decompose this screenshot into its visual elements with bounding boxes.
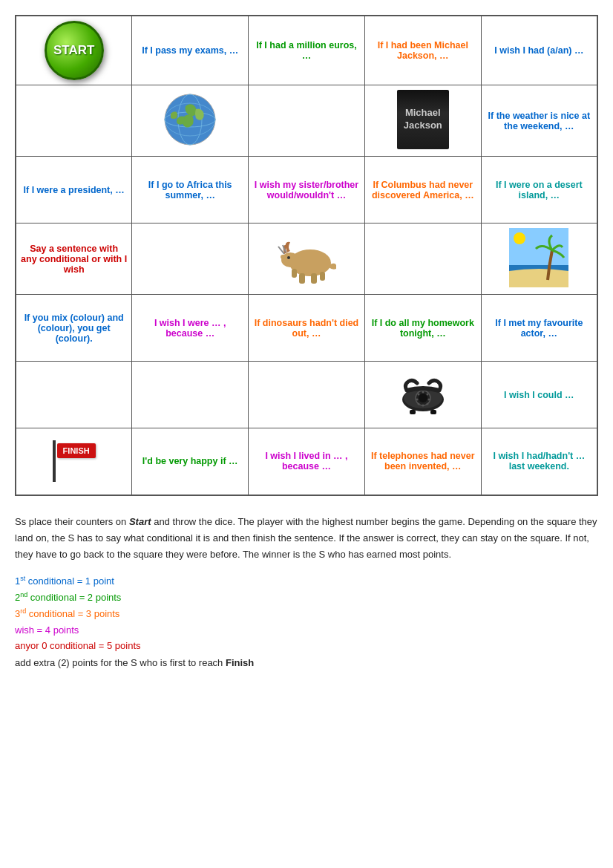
cell-text: I wish I could … [504, 390, 574, 400]
svg-point-21 [422, 391, 424, 393]
cell-text: I wish I were … , because … [154, 318, 226, 339]
cell-text: I wish my sister/brother would/wouldn't … [255, 180, 358, 200]
svg-point-20 [419, 394, 427, 402]
board-cell-r6-c0: FINISH [16, 428, 132, 495]
point-3rd: 3rd conditional = 3 points [15, 607, 598, 619]
board-cell-r6-c4: I wish I had/hadn't … last weekend. [481, 428, 597, 495]
board-cell-r1-c4: If the weather is nice at the weekend, … [481, 85, 597, 157]
board-cell-r4-c4: If I met my favourite actor, … [481, 295, 597, 362]
board-cell-r5-c2 [249, 362, 365, 428]
svg-rect-13 [292, 269, 297, 278]
svg-point-26 [417, 402, 419, 405]
svg-rect-12 [320, 272, 325, 281]
cell-text: If I met my favourite actor, … [495, 318, 583, 339]
board-cell-r0-c2: If I had a million euros, … [249, 16, 365, 85]
board-cell-r6-c2: I wish I lived in … , because … [249, 428, 365, 495]
cell-text: If I had a million euros, … [256, 40, 356, 61]
svg-point-25 [422, 404, 424, 406]
points-list: 1st conditional = 1 point 2nd conditiona… [15, 575, 598, 668]
cell-text: I wish I had (a/an) … [494, 45, 583, 56]
board-cell-r4-c1: I wish I were … , because … [132, 295, 249, 362]
cell-text: I'd be very happy if … [142, 456, 238, 466]
svg-rect-29 [410, 410, 416, 414]
board-cell-r2-c1: If I go to Africa this summer, … [132, 157, 249, 223]
svg-point-16 [514, 232, 525, 244]
board-cell-r3-c4 [481, 223, 597, 295]
board-cell-r6-c3: If telephones had never been invented, … [364, 428, 481, 495]
cell-text: If I had been Michael Jackson, … [378, 40, 468, 61]
point-wish: wish = 4 points [15, 624, 598, 636]
point-2nd: 2nd conditional = 2 points [15, 591, 598, 603]
board-cell-r2-c2: I wish my sister/brother would/wouldn't … [249, 157, 365, 223]
cell-text: Say a sentence with any conditional or w… [21, 244, 127, 275]
board-cell-r0-c3: If I had been Michael Jackson, … [364, 16, 481, 85]
cell-text: If I go to Africa this summer, … [148, 180, 232, 200]
cell-text: If the weather is nice at the weekend, … [488, 111, 591, 131]
svg-point-28 [417, 393, 419, 395]
board-cell-r0-c1: If I pass my exams, … [132, 16, 249, 85]
svg-point-8 [281, 255, 285, 259]
board-cell-r1-c3: MichaelJackson [364, 85, 481, 157]
svg-rect-11 [311, 273, 317, 284]
svg-point-9 [287, 256, 290, 259]
svg-rect-30 [430, 410, 436, 414]
board-cell-r4-c0: If you mix (colour) and (colour), you ge… [16, 295, 132, 362]
cell-text: If dinosaurs hadn't died out, … [255, 318, 358, 339]
board-cell-r3-c2 [249, 223, 365, 295]
cell-text: I wish I had/hadn't … last weekend. [493, 451, 585, 471]
board-cell-r2-c4: If I were on a desert island, … [481, 157, 597, 223]
board-cell-r2-c0: If I were a president, … [16, 157, 132, 223]
board-cell-r3-c3 [364, 223, 481, 295]
cell-text: If I were on a desert island, … [496, 180, 583, 200]
cell-text: If I pass my exams, … [142, 45, 238, 56]
game-board: STARTIf I pass my exams, …If I had a mil… [15, 15, 598, 496]
board-cell-r1-c2 [249, 85, 365, 157]
board-cell-r3-c1 [132, 223, 249, 295]
cell-text: If I do all my homework tonight, … [372, 318, 474, 339]
svg-point-24 [426, 402, 428, 405]
board-cell-r4-c2: If dinosaurs hadn't died out, … [249, 295, 365, 362]
cell-text: If Columbus had never discovered America… [372, 180, 474, 200]
svg-point-23 [427, 398, 430, 400]
board-cell-r0-c0: START [16, 16, 132, 85]
svg-point-22 [426, 393, 428, 395]
cell-text: If you mix (colour) and (colour), you ge… [24, 313, 124, 344]
board-cell-r6-c1: I'd be very happy if … [132, 428, 249, 495]
instructions-section: Ss place their counters on Start and thr… [15, 514, 598, 668]
svg-point-5 [281, 252, 299, 267]
board-cell-r5-c4: I wish I could … [481, 362, 597, 428]
svg-rect-10 [299, 273, 305, 284]
instructions-text: Ss place their counters on Start and thr… [15, 514, 598, 563]
cell-text: I wish I lived in … , because … [265, 451, 347, 471]
board-cell-r0-c4: I wish I had (a/an) … [481, 16, 597, 85]
board-cell-r5-c0 [16, 362, 132, 428]
board-cell-r5-c3 [364, 362, 481, 428]
board-cell-r3-c0: Say a sentence with any conditional or w… [16, 223, 132, 295]
point-extra: add extra (2) points for the S who is fi… [15, 657, 598, 668]
board-cell-r1-c0 [16, 85, 132, 157]
board-cell-r2-c3: If Columbus had never discovered America… [364, 157, 481, 223]
board-cell-r1-c1 [132, 85, 249, 157]
board-cell-r4-c3: If I do all my homework tonight, … [364, 295, 481, 362]
board-cell-r5-c1 [132, 362, 249, 428]
point-zero: anyor 0 conditional = 5 points [15, 640, 598, 651]
svg-point-27 [416, 398, 418, 400]
point-1st: 1st conditional = 1 point [15, 575, 598, 587]
cell-text: If I were a president, … [24, 185, 125, 195]
cell-text: If telephones had never been invented, … [371, 451, 475, 471]
